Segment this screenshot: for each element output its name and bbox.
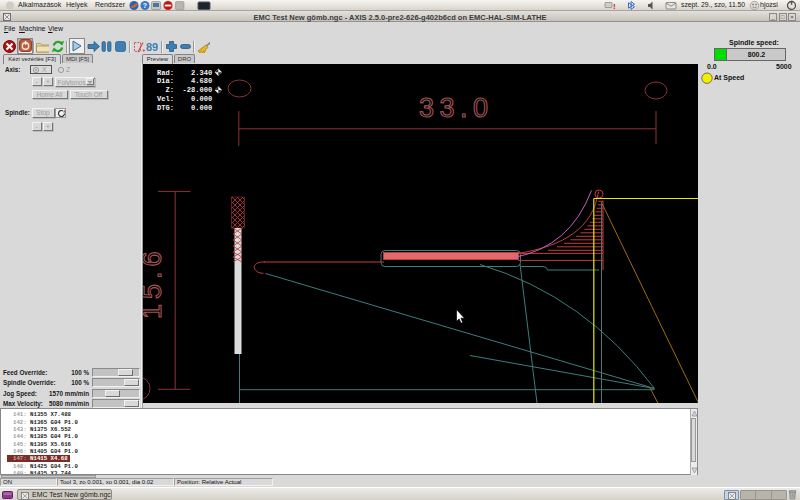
svg-text:?: ?: [143, 2, 147, 9]
svg-text:15.6: 15.6: [143, 246, 167, 319]
svg-text:33.0: 33.0: [419, 93, 494, 123]
svg-text:!: !: [613, 2, 616, 11]
svg-text:89: 89: [146, 41, 158, 53]
